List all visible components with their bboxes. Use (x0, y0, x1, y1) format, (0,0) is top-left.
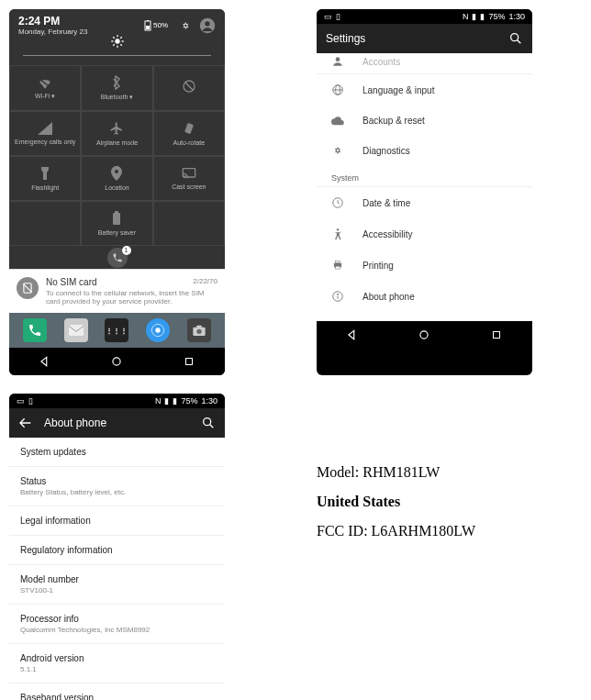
about-item[interactable]: Android version5.1.1 (9, 644, 225, 683)
nav-recent[interactable] (182, 354, 196, 369)
qs-footer: 1 (9, 246, 225, 269)
signal-icon: ▮ (472, 12, 476, 21)
info-text-block: Model: RHM181LW United States FCC ID: L6… (317, 458, 475, 700)
back-icon[interactable] (18, 416, 33, 430)
settings-item-backup[interactable]: Backup & reset (317, 106, 532, 135)
settings-item-language[interactable]: Language & input (317, 74, 532, 106)
dock-browser[interactable] (146, 318, 170, 342)
status-icon: ▯ (28, 396, 33, 406)
header-right: 50% (144, 17, 216, 34)
qs-tile-airplane[interactable]: Airplane mode (81, 111, 152, 156)
about-item[interactable]: Legal information (9, 506, 225, 536)
dock-phone[interactable] (23, 318, 47, 342)
svg-rect-17 (184, 123, 194, 134)
accessibility-icon (331, 228, 346, 240)
nav-home[interactable] (417, 328, 431, 342)
nav-recent[interactable] (489, 328, 504, 342)
dock-bbm[interactable]: ⋮⋮⋮ (105, 318, 128, 342)
svg-point-27 (196, 329, 201, 334)
search-icon[interactable] (201, 416, 216, 430)
notif-title: No SIM card (46, 277, 97, 287)
dock: ⋮⋮⋮ (9, 313, 225, 348)
about-item-subtitle: 5.1.1 (20, 665, 214, 673)
qs-tile-battery-saver[interactable]: Battery saver (81, 201, 152, 246)
about-item[interactable]: System updates (9, 438, 225, 467)
info-icon (331, 290, 346, 303)
qs-tile-blank2 (153, 201, 225, 246)
nav-bar (317, 321, 532, 349)
phone-badge-icon: 1 (107, 248, 128, 268)
svg-point-31 (511, 34, 519, 41)
qs-tile-rotate[interactable]: Auto-rotate (153, 111, 225, 156)
about-item[interactable]: StatusBattery Status, battery level, etc… (9, 467, 225, 506)
settings-item-printing[interactable]: Printing (317, 250, 532, 281)
settings-item-accounts[interactable]: Accounts (317, 53, 532, 73)
nav-back[interactable] (345, 328, 360, 342)
svg-point-5 (115, 39, 119, 43)
battery-pct: 75% (488, 12, 505, 21)
about-list: System updatesStatusBattery Status, batt… (9, 438, 225, 700)
qs-tile-bluetooth[interactable]: Bluetooth ▾ (81, 65, 152, 111)
svg-rect-46 (493, 332, 499, 339)
battery-icon: 50% (144, 20, 168, 31)
status-icon: ▭ (324, 12, 332, 21)
notification-nosim[interactable]: No SIM card 2/22/70 To connect to the ce… (9, 269, 225, 313)
about-item-title: Baseband version (20, 693, 214, 700)
settings-item-diagnostics[interactable]: Diagnostics (317, 135, 532, 166)
qs-tile-blank1 (9, 201, 81, 246)
about-item-title: Android version (20, 653, 214, 663)
signal-icon (38, 122, 52, 135)
dock-mail[interactable] (64, 318, 88, 342)
svg-rect-2 (146, 26, 150, 29)
qs-tile-flashlight[interactable]: Flashlight (9, 156, 81, 201)
settings-item-datetime[interactable]: Date & time (317, 187, 532, 218)
settings-icon[interactable] (177, 19, 190, 32)
svg-point-38 (337, 228, 339, 230)
about-item[interactable]: Model numberSTV100-1 (9, 565, 225, 605)
about-item[interactable]: Baseband version0.2.S.c11-00011-M8994FAA… (9, 683, 225, 700)
bluetooth-icon (111, 75, 122, 90)
clock-icon (331, 196, 346, 209)
settings-phone: ▭ ▯ N ▮ ▮ 75% 1:30 Settings Accounts (317, 9, 532, 375)
status-icon: ▯ (336, 12, 340, 21)
about-phone: ▭ ▯ N ▮ ▮ 75% 1:30 About phone System up… (9, 394, 225, 700)
battery-icon: ▮ (480, 12, 485, 21)
location-icon (111, 166, 122, 181)
svg-line-11 (120, 44, 121, 45)
signal-icon: ▮ (164, 396, 169, 406)
battery-pct: 75% (181, 396, 197, 406)
about-item-title: Regulatory information (20, 545, 214, 555)
qs-tile-signal[interactable]: Emergency calls only (9, 111, 81, 156)
brightness-slider[interactable] (9, 41, 225, 65)
svg-rect-1 (147, 20, 149, 21)
settings-item-accessibility[interactable]: Accessibility (317, 218, 532, 250)
date: Monday, February 23 (18, 28, 87, 36)
qs-tile-cast[interactable]: Cast screen (153, 156, 225, 201)
nav-home[interactable] (109, 354, 124, 369)
about-item-title: Model number (20, 574, 214, 584)
about-item-title: System updates (20, 447, 214, 457)
svg-line-13 (120, 37, 121, 38)
dock-camera[interactable] (187, 318, 211, 342)
model-line: Model: RHM181LW (317, 458, 475, 487)
qs-tile-dnd[interactable] (153, 65, 225, 111)
qs-tile-location[interactable]: Location (81, 156, 152, 201)
about-item[interactable]: Processor infoQualcomm Technologies, Inc… (9, 605, 225, 644)
status-bar: ▭ ▯ N ▮ ▮ 75% 1:30 (317, 9, 532, 24)
about-item[interactable]: Regulatory information (9, 536, 225, 565)
battery-icon: ▮ (173, 396, 177, 406)
svg-point-4 (205, 21, 209, 26)
nav-bar (9, 348, 225, 375)
svg-line-48 (210, 425, 214, 428)
settings-item-about[interactable]: About phone (317, 281, 532, 312)
search-icon[interactable] (508, 31, 523, 46)
clock: 1:30 (201, 396, 217, 406)
about-item-subtitle: STV100-1 (20, 586, 214, 594)
nav-back[interactable] (38, 354, 52, 369)
svg-point-33 (336, 57, 340, 61)
rotate-icon (182, 121, 196, 136)
qs-tile-wifi[interactable]: Wi-Fi ▾ (9, 65, 81, 111)
country-line: United States (317, 487, 475, 517)
user-icon[interactable] (199, 17, 216, 34)
app-bar: About phone (9, 408, 225, 438)
